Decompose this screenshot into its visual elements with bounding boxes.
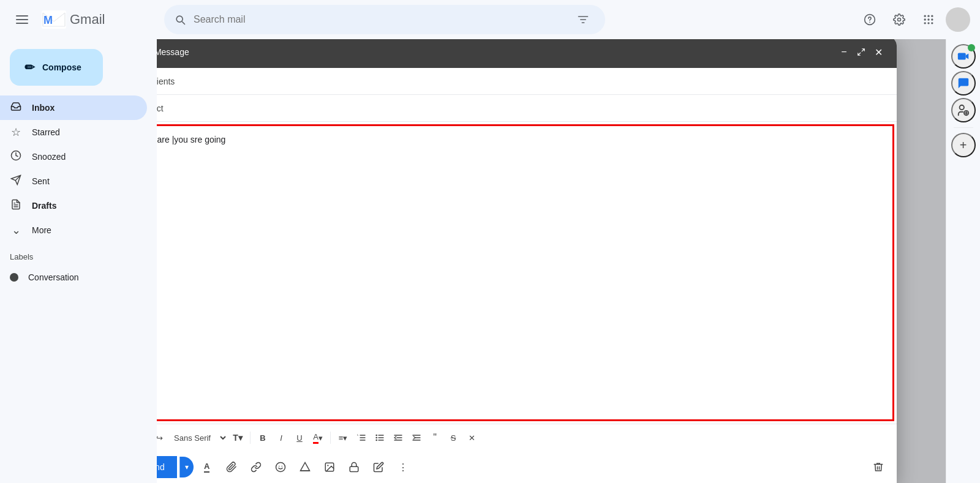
main-layout: ✏ Compose Inbox ☆ Starred Snoozed Sent [0, 39, 980, 483]
text-color-button[interactable]: A▾ [309, 428, 326, 447]
compose-pencil-icon: ✏ [24, 60, 35, 75]
italic-button[interactable]: I [273, 428, 290, 447]
toolbar-divider-2 [330, 432, 331, 444]
sidebar: ✏ Compose Inbox ☆ Starred Snoozed Sent [0, 39, 157, 483]
apps-button[interactable] [916, 7, 941, 32]
svg-point-15 [931, 22, 933, 24]
compose-body-text: how are |you sre going [157, 135, 225, 144]
redo-button[interactable]: ↪ [157, 428, 168, 447]
subject-input[interactable] [178, 103, 887, 113]
content-area: New Message − ✕ Recipients Subject [157, 39, 946, 483]
send-dropdown-button[interactable]: ▾ [179, 457, 194, 477]
svg-point-18 [375, 435, 377, 436]
toolbar-divider-1 [250, 432, 251, 444]
settings-button[interactable] [887, 7, 911, 32]
starred-icon: ☆ [10, 125, 22, 139]
compose-header: New Message − ✕ [157, 39, 897, 68]
sidebar-item-snoozed-label: Snoozed [32, 152, 137, 162]
minimize-button[interactable]: − [835, 43, 853, 61]
gmail-logo: M Gmail [42, 10, 105, 29]
quote-button[interactable]: " [426, 428, 443, 447]
send-button[interactable]: Send [157, 456, 177, 478]
svg-rect-2 [16, 23, 28, 24]
subject-label: Subject [157, 103, 178, 113]
spaces-button[interactable] [951, 98, 976, 122]
font-size-button[interactable]: T▾ [229, 428, 246, 447]
search-filter-button[interactable] [571, 7, 595, 32]
search-input[interactable] [194, 14, 564, 25]
label-item-conversation[interactable]: Conversation [0, 266, 147, 288]
panel-divider [954, 127, 973, 128]
sidebar-item-snoozed[interactable]: Snoozed [0, 144, 147, 169]
recipients-label: Recipients [157, 77, 178, 86]
sent-icon [10, 174, 22, 189]
signature-button[interactable] [368, 456, 390, 478]
bulleted-list-button[interactable] [371, 428, 388, 447]
subject-field[interactable]: Subject [157, 95, 897, 122]
sidebar-item-drafts-label: Drafts [32, 201, 137, 211]
compose-modal: New Message − ✕ Recipients Subject [157, 39, 897, 483]
expand-button[interactable] [853, 43, 870, 61]
compose-button[interactable]: ✏ Compose [10, 49, 103, 86]
svg-point-14 [927, 22, 929, 24]
drive-button[interactable] [294, 456, 316, 478]
sidebar-item-sent-label: Sent [32, 176, 137, 186]
font-family-select[interactable]: Sans Serif Serif Monospace [169, 428, 228, 447]
svg-point-7 [924, 15, 926, 17]
svg-point-21 [276, 463, 285, 472]
svg-rect-26 [350, 466, 358, 471]
label-item-label: Conversation [28, 272, 79, 282]
topbar: M Gmail [0, 0, 980, 39]
inbox-icon [10, 101, 22, 115]
help-button[interactable] [858, 7, 882, 32]
svg-text:1.: 1. [357, 433, 359, 436]
svg-point-10 [924, 18, 926, 20]
remove-format-button[interactable]: ✕ [463, 428, 480, 447]
avatar[interactable] [946, 7, 970, 32]
sidebar-item-inbox[interactable]: Inbox [0, 95, 147, 120]
emoji-button[interactable] [270, 456, 292, 478]
search-icon [174, 13, 186, 26]
delete-button[interactable] [867, 456, 889, 478]
bold-button[interactable]: B [254, 428, 271, 447]
indent-less-button[interactable] [390, 428, 407, 447]
svg-point-19 [375, 437, 377, 439]
recipients-input[interactable] [178, 77, 887, 86]
sidebar-item-inbox-label: Inbox [32, 103, 137, 113]
chat-button[interactable] [951, 71, 976, 95]
strikethrough-button[interactable]: S [445, 428, 462, 447]
image-button[interactable] [318, 456, 341, 478]
svg-point-22 [279, 466, 280, 467]
sidebar-item-more[interactable]: ⌄ More [0, 218, 147, 242]
drafts-icon [10, 199, 22, 213]
lock-button[interactable] [343, 456, 365, 478]
svg-text:M: M [43, 14, 53, 26]
svg-point-12 [931, 18, 933, 20]
text-format-button[interactable]: A [196, 456, 218, 478]
compose-modal-title: New Message [157, 47, 835, 57]
svg-point-8 [927, 15, 929, 17]
sidebar-item-sent[interactable]: Sent [0, 169, 147, 193]
indent-more-button[interactable] [408, 428, 425, 447]
snoozed-icon [10, 150, 22, 164]
svg-point-6 [869, 21, 870, 23]
sidebar-item-starred[interactable]: ☆ Starred [0, 120, 147, 144]
more-options-button[interactable]: ⋮ [392, 456, 414, 478]
link-button[interactable] [245, 456, 267, 478]
underline-button[interactable]: U [291, 428, 308, 447]
close-button[interactable]: ✕ [870, 43, 887, 61]
attach-button[interactable] [221, 456, 243, 478]
add-app-button[interactable]: + [951, 133, 976, 157]
compose-body[interactable]: how are |you sre going [157, 124, 894, 421]
align-button[interactable]: ≡▾ [334, 428, 352, 447]
menu-button[interactable] [10, 7, 34, 32]
label-dot [10, 273, 18, 282]
sidebar-item-drafts[interactable]: Drafts [0, 193, 147, 218]
compose-actions: Send ▾ A [157, 451, 897, 483]
numbered-list-button[interactable]: 1. [353, 428, 370, 447]
recipients-field[interactable]: Recipients [157, 68, 897, 95]
compose-label: Compose [42, 62, 81, 72]
svg-point-23 [281, 466, 282, 467]
labels-heading: Labels [0, 247, 157, 266]
search-bar[interactable] [164, 5, 605, 34]
